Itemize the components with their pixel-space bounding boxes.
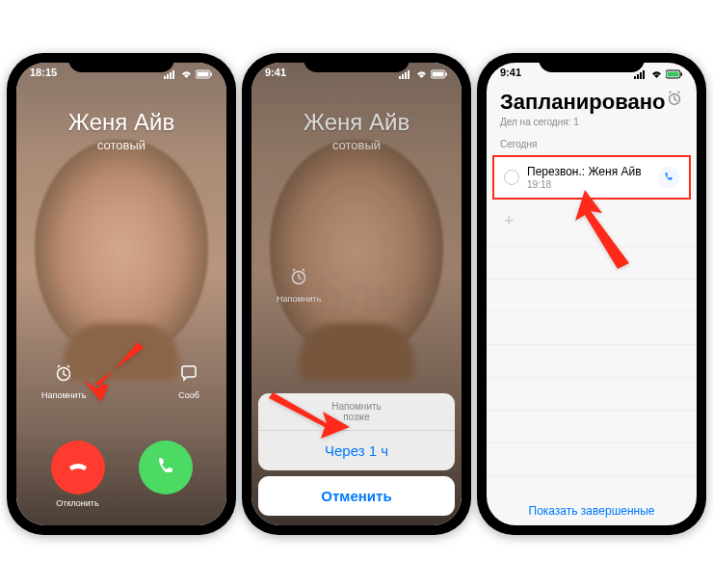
action-sheet: Напомнитьпозже Через 1 ч Отменить xyxy=(258,393,455,516)
svg-rect-17 xyxy=(637,74,639,79)
caller-info: Женя Айв сотовый xyxy=(16,109,226,152)
add-reminder-button[interactable]: + xyxy=(487,201,697,241)
svg-rect-0 xyxy=(164,76,166,79)
section-today-label: Сегодня xyxy=(487,135,697,153)
svg-rect-8 xyxy=(399,76,401,79)
svg-rect-6 xyxy=(211,73,213,76)
svg-rect-10 xyxy=(405,72,407,79)
svg-rect-9 xyxy=(402,74,404,79)
svg-rect-13 xyxy=(433,72,444,77)
caller-name: Женя Айв xyxy=(16,109,226,136)
battery-icon xyxy=(196,69,213,81)
show-completed-link[interactable]: Показать завершенные xyxy=(487,504,697,518)
svg-rect-18 xyxy=(640,72,642,79)
page-subtitle: Дел на сегодня: 1 xyxy=(500,117,665,127)
ruled-lines xyxy=(487,246,697,487)
sheet-option-1hour[interactable]: Через 1 ч xyxy=(258,431,455,470)
phone-3: 9:41 Запланировано Дел на сегодня: 1 Сег… xyxy=(477,53,706,535)
phone-2: 9:41 Женя Айв сотовый Напомнить Нап xyxy=(242,53,471,535)
svg-rect-21 xyxy=(668,72,679,77)
reminder-text: Перезвон.: Женя Айв xyxy=(527,165,650,178)
message-icon xyxy=(179,363,198,387)
svg-rect-5 xyxy=(198,72,209,77)
svg-rect-14 xyxy=(446,73,448,76)
message-label: Сооб xyxy=(176,390,201,400)
alarm-icon xyxy=(54,363,73,387)
battery-icon xyxy=(666,69,683,81)
sheet-title: Напомнитьпозже xyxy=(258,393,455,431)
reminder-item[interactable]: Перезвон.: Женя Айв 19:18 xyxy=(492,155,691,200)
svg-rect-16 xyxy=(634,76,636,79)
reminder-time: 19:18 xyxy=(527,179,650,190)
svg-rect-1 xyxy=(167,74,169,79)
svg-rect-22 xyxy=(681,73,683,76)
svg-rect-11 xyxy=(408,70,409,79)
sheet-cancel-button[interactable]: Отменить xyxy=(258,476,455,516)
complete-radio[interactable] xyxy=(504,170,519,185)
call-action-button[interactable] xyxy=(658,167,679,188)
message-button[interactable]: Сооб xyxy=(176,362,201,400)
phone-icon xyxy=(663,169,674,186)
phone-down-icon xyxy=(66,453,91,482)
status-time: 18:15 xyxy=(30,67,57,84)
phone-1: 18:15 Женя Айв сотовый xyxy=(7,53,236,535)
svg-rect-3 xyxy=(172,70,174,79)
caller-subtitle: сотовый xyxy=(16,138,226,152)
alarm-icon[interactable] xyxy=(666,90,683,111)
notch xyxy=(539,53,645,72)
status-time: 9:41 xyxy=(500,67,521,84)
wifi-icon xyxy=(180,69,193,81)
svg-rect-19 xyxy=(643,70,645,79)
notch xyxy=(68,53,174,72)
decline-button[interactable]: Отклонить xyxy=(51,441,105,508)
svg-rect-2 xyxy=(170,72,172,79)
remind-label: Напомнить xyxy=(41,390,86,400)
wifi-icon xyxy=(650,69,663,81)
wifi-icon xyxy=(415,69,428,81)
page-title: Запланировано xyxy=(500,90,665,115)
accept-button[interactable] xyxy=(139,441,193,508)
phone-icon xyxy=(154,454,177,481)
notch xyxy=(304,53,409,72)
decline-label: Отклонить xyxy=(56,498,98,508)
status-time: 9:41 xyxy=(265,67,286,84)
remind-me-button[interactable]: Напомнить xyxy=(41,362,86,400)
battery-icon xyxy=(431,69,448,81)
